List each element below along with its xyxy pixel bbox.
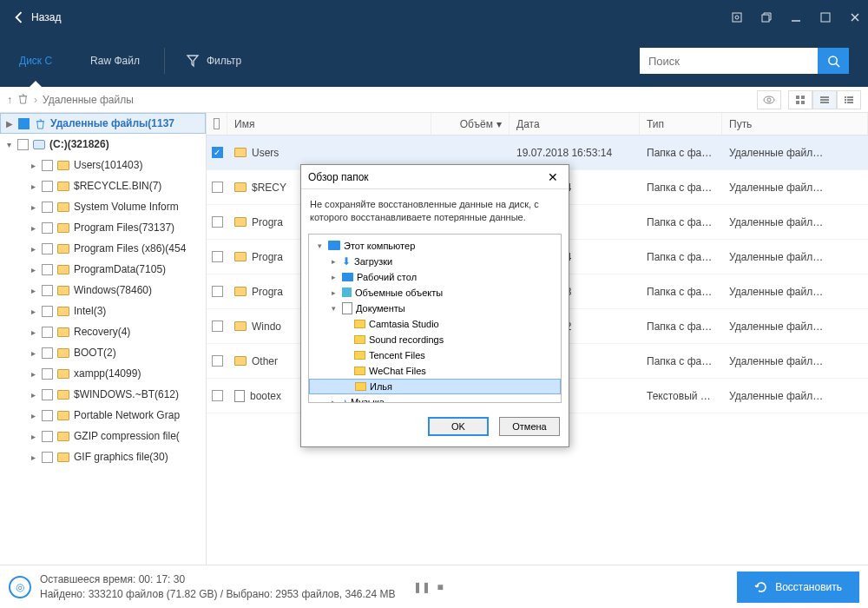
tree-item[interactable]: ▸GZIP compression file( <box>0 426 206 446</box>
tree-drive-c[interactable]: ▾ (C:)(321826) <box>0 134 206 155</box>
chevron-right-icon[interactable]: ▸ <box>28 390 38 400</box>
tree-item[interactable]: ▸Users(101403) <box>0 155 206 175</box>
chevron-right-icon[interactable]: ▸ <box>28 161 38 170</box>
chevron-right-icon[interactable]: ▸ <box>28 244 38 254</box>
checkbox[interactable] <box>42 202 53 213</box>
chevron-right-icon[interactable]: ▸ <box>28 432 38 441</box>
chevron-right-icon[interactable]: ▸ <box>28 348 38 358</box>
checkbox[interactable] <box>42 160 53 171</box>
checkbox[interactable] <box>17 139 29 150</box>
row-checkbox[interactable] <box>212 216 223 228</box>
tab-raw-file[interactable]: Raw Файл <box>71 35 159 87</box>
chevron-right-icon[interactable]: ▸ <box>28 182 38 191</box>
checkbox[interactable] <box>42 222 53 234</box>
chevron-down-icon[interactable]: ▾ <box>3 140 14 149</box>
col-type[interactable]: Тип <box>640 113 722 135</box>
tree-item[interactable]: ▸$RECYCLE.BIN(7) <box>0 175 206 196</box>
dialog-tree[interactable]: ▾Этот компьютер ▸⬇Загрузки ▸Рабочий стол… <box>308 234 562 403</box>
col-path[interactable]: Путь <box>722 113 868 135</box>
tree-label: xampp(14099) <box>74 367 141 380</box>
sidebar: ▶ Удаленные файлы(1137 ▾ (C:)(321826) ▸U… <box>0 113 207 565</box>
breadcrumb-text[interactable]: Удаленные файлы <box>43 94 134 106</box>
row-checkbox[interactable] <box>212 390 223 401</box>
row-checkbox[interactable] <box>212 286 223 297</box>
select-all-checkbox[interactable] <box>214 118 220 129</box>
tree-item[interactable]: ▸Program Files (x86)(454 <box>0 238 206 259</box>
tree-item[interactable]: ▸Intel(3) <box>0 301 206 321</box>
chevron-right-icon[interactable]: ▸ <box>28 411 38 420</box>
checkbox[interactable] <box>42 264 53 275</box>
row-checkbox[interactable]: ✓ <box>212 147 223 158</box>
tree-label: Recovery(4) <box>74 326 130 338</box>
chevron-right-icon[interactable]: ▸ <box>28 327 38 337</box>
back-button[interactable]: Назад <box>7 8 68 27</box>
col-date[interactable]: Дата <box>510 113 640 135</box>
dialog-ok-button[interactable]: OK <box>428 417 489 436</box>
chevron-right-icon[interactable]: ▸ <box>28 286 38 295</box>
checkbox[interactable] <box>42 431 53 442</box>
checkbox[interactable] <box>42 347 53 359</box>
svg-rect-0 <box>733 13 741 22</box>
checkbox[interactable] <box>42 410 53 421</box>
chevron-right-icon[interactable]: ▸ <box>28 265 38 274</box>
tab-disk-c[interactable]: Диск С <box>0 35 71 87</box>
chevron-right-icon[interactable]: ▸ <box>28 202 38 212</box>
row-checkbox[interactable] <box>212 251 223 262</box>
trash-icon[interactable] <box>17 93 29 107</box>
pause-button[interactable]: ❚❚ <box>413 581 431 593</box>
tree-deleted-root[interactable]: ▶ Удаленные файлы(1137 <box>0 113 206 134</box>
chevron-right-icon[interactable]: ▸ <box>28 453 38 462</box>
tree-item[interactable]: ▸Recovery(4) <box>0 321 206 342</box>
tree-item[interactable]: ▸Portable Network Grap <box>0 405 206 426</box>
dialog-cancel-button[interactable]: Отмена <box>499 417 560 436</box>
chevron-right-icon[interactable]: ▶ <box>4 119 15 129</box>
minimize-icon[interactable] <box>790 11 802 23</box>
checkbox[interactable] <box>42 243 53 254</box>
tree-item[interactable]: ▸Windows(78460) <box>0 280 206 301</box>
view-detail[interactable] <box>837 90 861 109</box>
up-icon[interactable]: ↑ <box>7 94 12 106</box>
chevron-right-icon[interactable]: ▸ <box>28 223 38 233</box>
tree-item[interactable]: ▸System Volume Inform <box>0 196 206 217</box>
col-name[interactable]: Имя <box>227 113 431 135</box>
tree-item[interactable]: ▸$WINDOWS.~BT(612) <box>0 384 206 405</box>
checkbox[interactable] <box>42 327 53 338</box>
view-grid[interactable] <box>788 90 812 109</box>
row-checkbox[interactable] <box>212 182 223 193</box>
checkbox[interactable] <box>18 118 30 129</box>
tree-item[interactable]: ▸xampp(14099) <box>0 363 206 384</box>
maximize-icon[interactable] <box>819 11 832 23</box>
checkbox[interactable] <box>42 368 53 380</box>
folder-icon <box>56 179 70 193</box>
row-checkbox[interactable] <box>212 355 223 367</box>
dialog-close-button[interactable]: ✕ <box>544 170 562 184</box>
restore-icon[interactable] <box>760 11 773 23</box>
col-volume[interactable]: Объём▾ <box>431 113 510 135</box>
checkbox[interactable] <box>42 285 53 296</box>
close-icon[interactable] <box>849 11 861 23</box>
chevron-right-icon[interactable]: ▸ <box>28 369 38 379</box>
checkbox[interactable] <box>42 181 53 192</box>
filter-button[interactable]: Фильтр <box>170 54 257 68</box>
checkbox[interactable] <box>42 306 53 317</box>
preview-toggle[interactable] <box>757 90 781 109</box>
chevron-right-icon[interactable]: ▸ <box>28 307 38 316</box>
svg-rect-18 <box>845 99 846 101</box>
folder-ilya-selected[interactable]: Илья <box>309 379 561 394</box>
recover-button[interactable]: Восстановить <box>737 572 859 603</box>
view-list[interactable] <box>812 90 837 109</box>
pin-icon[interactable] <box>731 11 743 23</box>
tab-disk-label: Диск С <box>19 55 52 67</box>
search-button[interactable] <box>818 48 849 74</box>
tree-item[interactable]: ▸BOOT(2) <box>0 342 206 363</box>
row-checkbox[interactable] <box>212 321 223 332</box>
stop-button[interactable]: ■ <box>437 581 444 593</box>
tree-item[interactable]: ▸ProgramData(7105) <box>0 259 206 280</box>
row-type: Папка с фай… <box>640 216 722 228</box>
tree-item[interactable]: ▸Program Files(73137) <box>0 217 206 238</box>
row-name: $RECY <box>252 182 286 194</box>
checkbox[interactable] <box>42 389 53 400</box>
tree-item[interactable]: ▸GIF graphics file(30) <box>0 446 206 467</box>
checkbox[interactable] <box>42 452 53 463</box>
search-input[interactable] <box>640 48 818 74</box>
